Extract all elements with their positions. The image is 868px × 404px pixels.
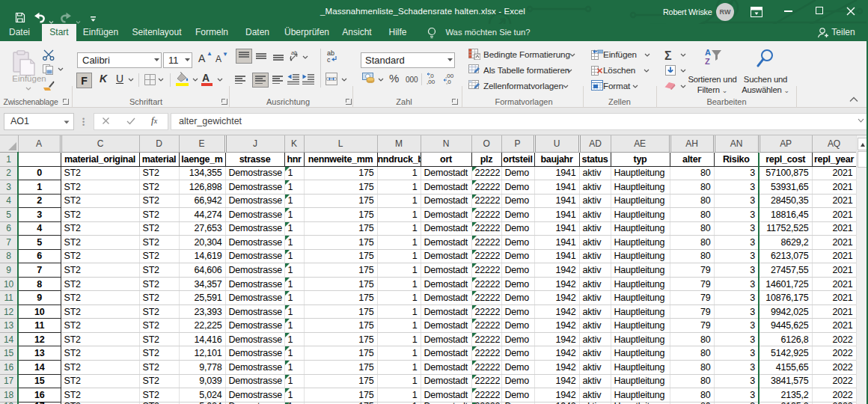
svg-text:A: A bbox=[705, 49, 711, 57]
svg-text:ab: ab bbox=[291, 50, 297, 55]
svg-text:Z: Z bbox=[705, 57, 710, 66]
svg-text:,00: ,00 bbox=[427, 79, 435, 85]
svg-text:,0: ,0 bbox=[446, 79, 451, 85]
svg-text:c: c bbox=[327, 56, 331, 63]
